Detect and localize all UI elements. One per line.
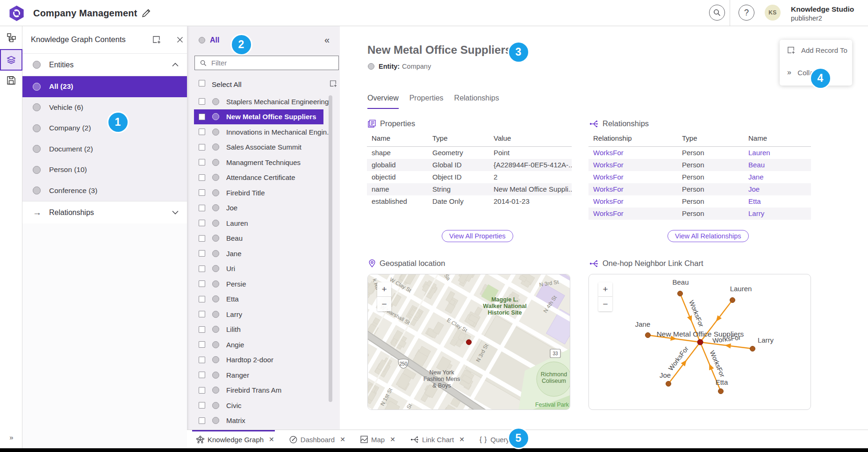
entity-type-item[interactable]: Vehicle (6) [22,97,187,118]
record-list-item[interactable]: Larry [187,307,340,322]
related-record-link[interactable]: Beau [744,159,811,171]
detail-tab-overview[interactable]: Overview [367,94,399,109]
close-tab-icon[interactable]: ✕ [459,436,465,443]
relationships-section-header[interactable]: → Relationships [22,201,187,223]
record-list-item[interactable]: Civic [187,398,340,413]
record-checkbox[interactable] [199,296,205,302]
related-record-link[interactable]: Lauren [744,147,811,159]
relationship-link[interactable]: WorksFor [588,171,677,183]
view-tab-map[interactable]: Map✕ [360,436,395,444]
link-node[interactable] [750,346,755,352]
link-node[interactable] [666,381,671,387]
record-checkbox[interactable] [199,357,205,363]
zoom-out-button[interactable]: − [598,297,612,311]
record-checkbox[interactable] [199,402,205,409]
zoom-in-button[interactable]: + [598,282,612,297]
record-list-item[interactable]: Lauren [187,215,340,231]
related-record-link[interactable]: Etta [744,195,811,208]
record-list-item[interactable]: Innovations in Mechanical Engin... [187,124,340,140]
entity-type-item[interactable]: Conference (3) [22,180,187,201]
relationship-link[interactable]: WorksFor [588,159,677,171]
record-list-item[interactable]: Matrix [187,413,340,429]
view-all-properties-button[interactable]: View All Properties [442,230,513,242]
data-model-button[interactable] [0,27,22,48]
record-checkbox[interactable] [199,235,205,242]
record-list-item[interactable]: Managment Techniques [187,155,340,170]
close-tab-icon[interactable]: ✕ [340,436,345,443]
related-record-link[interactable]: Jane [744,171,811,183]
view-tab-dashboard[interactable]: Dashboard✕ [289,436,345,444]
record-checkbox[interactable] [199,159,205,165]
record-checkbox[interactable] [199,372,205,378]
record-checkbox[interactable] [199,98,205,105]
close-panel-icon[interactable] [176,36,184,44]
close-tab-icon[interactable]: ✕ [269,436,274,443]
record-checkbox[interactable] [199,114,205,120]
save-button[interactable] [0,70,22,91]
record-checkbox[interactable] [199,129,205,135]
record-list-item[interactable]: Sales Associate Summit [187,140,340,155]
link-node[interactable] [730,298,735,303]
record-checkbox[interactable] [199,144,205,151]
relationship-link[interactable]: WorksFor [588,183,677,195]
record-list-item[interactable]: Uri [187,261,340,277]
search-button[interactable] [709,5,725,21]
entity-type-item[interactable]: Document (2) [22,139,187,160]
link-node[interactable] [646,333,651,338]
avatar[interactable]: KS [765,5,781,21]
zoom-out-button[interactable]: − [377,297,391,311]
record-checkbox[interactable] [199,417,205,424]
entity-type-item[interactable]: Company (2) [22,118,187,139]
record-checkbox[interactable] [199,250,205,257]
record-list-item[interactable]: Etta [187,292,340,307]
records-scrollbar[interactable] [329,95,332,402]
detail-tab-relationships[interactable]: Relationships [454,94,499,109]
relationship-link[interactable]: WorksFor [588,208,677,220]
record-list-item[interactable]: Lilith [187,322,340,337]
relationship-link[interactable]: WorksFor [588,195,677,208]
filter-input[interactable] [211,59,323,67]
record-checkbox[interactable] [199,220,205,226]
record-list-item[interactable]: Jane [187,246,340,261]
help-button[interactable]: ? [739,5,754,21]
select-all-checkbox[interactable] [199,80,205,86]
record-list-item[interactable]: Hardtop 2-door [187,352,340,368]
zoom-in-button[interactable]: + [377,282,391,297]
edit-title-icon[interactable] [141,8,151,18]
record-list-item[interactable]: Persie [187,276,340,292]
record-checkbox[interactable] [199,189,205,196]
record-list-item[interactable]: Firebird Title [187,185,340,201]
geospatial-map[interactable]: k RdW Clay StSaW Marshall StE Clay StN 3… [367,274,570,410]
record-list-item[interactable]: Joe [187,201,340,216]
record-list-item[interactable]: Angie [187,337,340,352]
record-list-item[interactable]: Firebird Trans Am [187,383,340,398]
user-info[interactable]: Knowledge Studio publisher2 [791,5,854,22]
add-record-icon[interactable] [152,36,161,44]
record-list-item[interactable]: New Metal Office Suppliers [187,109,340,125]
record-checkbox[interactable] [199,387,205,394]
record-checkbox[interactable] [199,341,205,348]
record-list-item[interactable]: Beau [187,231,340,246]
record-checkbox[interactable] [199,280,205,287]
view-tab-link-chart[interactable]: Link Chart✕ [410,436,465,444]
record-list-item[interactable]: Staplers Mechanical Engineering [187,94,340,109]
relationship-link[interactable]: WorksFor [588,147,677,159]
menu-item-add-record-to[interactable]: Add Record To [787,46,847,54]
record-list-item[interactable]: Ranger [187,367,340,383]
entity-type-item[interactable]: All (23) [22,76,187,97]
record-list-item[interactable]: Attendance Certificate [187,170,340,186]
expand-rail-button[interactable]: » [0,426,22,448]
related-record-link[interactable]: Larry [744,208,811,220]
link-center-node[interactable] [697,339,703,345]
record-checkbox[interactable] [199,326,205,333]
link-node[interactable] [718,389,724,394]
record-checkbox[interactable] [199,205,205,211]
entity-type-item[interactable]: Person (10) [22,159,187,180]
contents-button[interactable] [0,49,22,71]
view-tab-knowledge-graph[interactable]: Knowledge Graph✕ [196,436,274,444]
collapse-panel-icon[interactable]: « [324,35,329,45]
filter-field[interactable] [194,56,339,70]
related-record-link[interactable]: Joe [744,183,811,195]
detail-tab-properties[interactable]: Properties [409,94,444,109]
record-checkbox[interactable] [199,174,205,181]
